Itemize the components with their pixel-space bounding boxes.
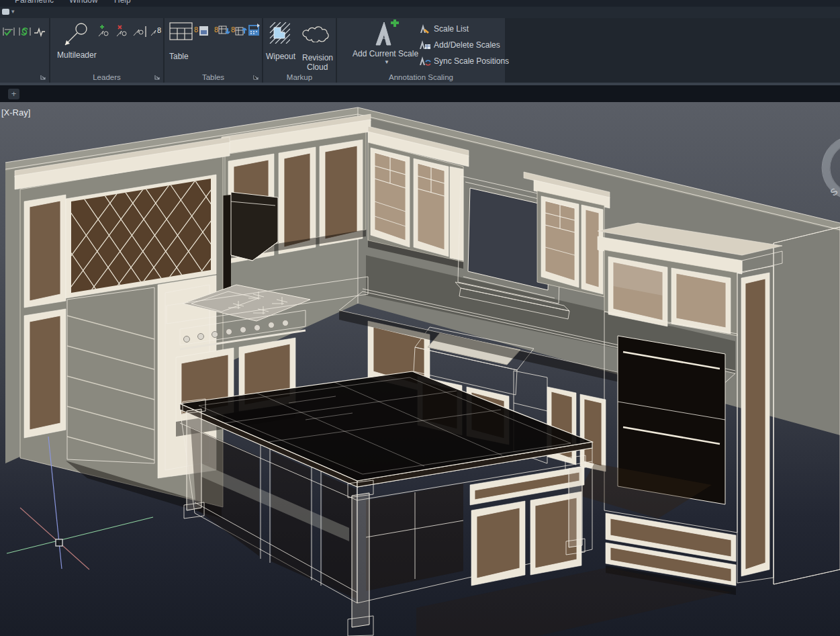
table-upload-button[interactable]: 8	[231, 24, 247, 38]
table-up-arrow-icon: 8	[231, 24, 247, 38]
revision-label-2: Cloud	[307, 62, 328, 72]
annotation-scaling-panel-title[interactable]: Annotation Scaling	[337, 73, 505, 81]
chevron-down-icon[interactable]: ▾	[11, 8, 15, 15]
leaders-panel-title[interactable]: Leaders	[50, 73, 163, 81]
leader-collect-icon: 8	[150, 25, 163, 38]
ucs-origin	[56, 539, 62, 546]
quick-access-row: ▾	[0, 7, 840, 18]
table-icon	[169, 22, 193, 41]
wipeout-button[interactable]: Wipeout	[269, 22, 298, 64]
table-style-button[interactable]	[248, 24, 261, 38]
leader-add-icon	[96, 25, 111, 38]
dialog-launcher-icon[interactable]	[252, 74, 259, 81]
ribbon: Multileader 8 Leaders	[0, 18, 840, 83]
table-from-data-button[interactable]: 8	[194, 24, 210, 38]
svg-text:8: 8	[231, 26, 235, 34]
wipeout-icon	[269, 22, 290, 44]
multileader-icon	[57, 21, 95, 49]
ucs-x-axis	[20, 508, 89, 570]
sync-scale-positions-button[interactable]: Sync Scale Positions	[418, 56, 505, 68]
table-down-arrow-icon: 8	[214, 24, 230, 38]
multileader-button[interactable]: Multileader	[57, 21, 95, 62]
new-tab-button[interactable]: +	[8, 89, 19, 99]
chevron-down-icon[interactable]: ▼	[384, 59, 389, 65]
add-delete-scales-button[interactable]: Add/Delete Scales	[418, 40, 504, 52]
panel-leaders: Multileader 8 Leaders	[50, 18, 163, 83]
markup-panel-title[interactable]: Markup	[263, 73, 336, 81]
panel-dimensions-partial	[0, 18, 49, 83]
dim-update-icon	[18, 26, 32, 38]
quick-access-icon[interactable]	[2, 9, 9, 15]
panel-markup: Wipeout Revision Cloud Markup	[263, 18, 336, 83]
add-current-scale-button[interactable]: Add Current Scale ▼	[349, 19, 423, 66]
revision-cloud-icon	[301, 24, 332, 42]
double-oven-tower	[598, 223, 782, 595]
panel-annotation-scaling: Add Current Scale ▼ Scale List Add/Delet…	[337, 18, 505, 83]
table-label: Table	[169, 52, 189, 61]
dim-check-button[interactable]	[2, 26, 15, 38]
viewport-visual-style-label[interactable]: [X-Ray]	[1, 107, 30, 118]
dim-update-button[interactable]	[18, 26, 32, 38]
mleader-collect-button[interactable]: 8	[150, 25, 163, 38]
corner-upper-glass-cabinet	[368, 126, 469, 269]
scale-list-icon	[418, 24, 431, 34]
svg-text:8: 8	[157, 26, 161, 34]
menu-bar: Parametric Window Help	[0, 0, 840, 7]
panel-tables: Table 8 8 8	[165, 18, 262, 83]
table-export-icon: 8	[194, 24, 210, 38]
sync-scale-positions-label: Sync Scale Positions	[434, 56, 509, 66]
ucs-y-axis	[7, 517, 153, 553]
file-tab-bar: +	[0, 85, 840, 102]
scale-list-button[interactable]: Scale List	[418, 24, 504, 36]
revision-label-1: Revision	[302, 53, 333, 62]
leader-align-icon	[132, 25, 148, 38]
mleader-align-button[interactable]	[132, 25, 148, 38]
dialog-launcher-icon[interactable]	[40, 74, 46, 81]
add-delete-scales-icon	[418, 40, 431, 50]
sync-scale-positions-icon	[418, 56, 431, 66]
leader-remove-icon	[114, 25, 129, 38]
wipeout-label: Wipeout	[266, 52, 295, 61]
jogged-line-icon	[34, 26, 46, 38]
svg-text:8: 8	[194, 26, 198, 34]
dialog-launcher-icon[interactable]	[154, 74, 160, 81]
add-delete-scales-label: Add/Delete Scales	[434, 40, 500, 50]
table-style-icon	[248, 24, 261, 38]
mleader-remove-button[interactable]	[114, 25, 129, 38]
dim-check-icon	[2, 26, 15, 38]
menu-window[interactable]: Window	[69, 0, 98, 5]
revision-cloud-button[interactable]: Revision Cloud	[301, 24, 334, 76]
menu-help[interactable]: Help	[114, 0, 131, 5]
table-download-button[interactable]: 8	[214, 24, 230, 38]
drawing-viewport[interactable]: [X-Ray]	[0, 102, 840, 636]
tables-panel-title[interactable]: Tables	[165, 73, 262, 81]
scale-list-label: Scale List	[434, 24, 469, 34]
dim-jog-button[interactable]	[34, 26, 46, 38]
viewcube-compass[interactable]: S	[822, 136, 840, 200]
mleader-add-button[interactable]	[96, 25, 111, 38]
add-current-scale-icon	[349, 19, 423, 48]
model-canvas: 1.21	[0, 102, 840, 636]
svg-text:8: 8	[214, 26, 218, 34]
add-current-scale-label: Add Current Scale	[353, 49, 418, 58]
multileader-label: Multileader	[57, 50, 97, 60]
menu-parametric[interactable]: Parametric	[15, 0, 54, 5]
